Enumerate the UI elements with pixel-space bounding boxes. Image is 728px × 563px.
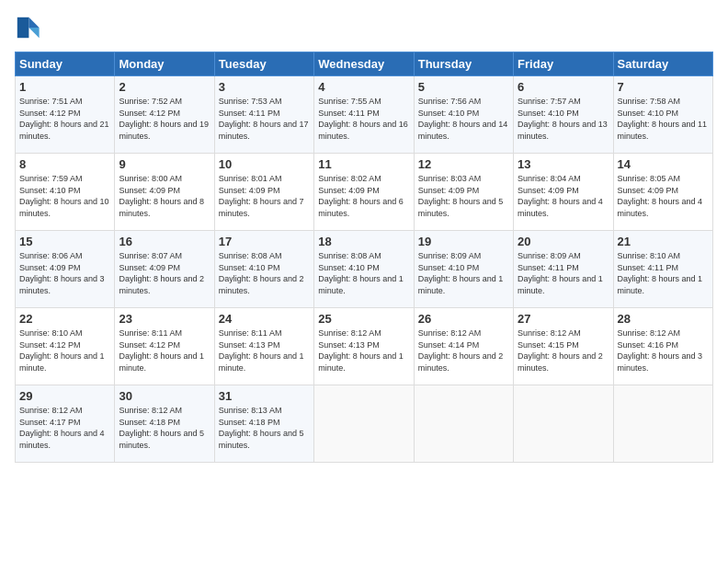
calendar-cell: 4Sunrise: 7:55 AMSunset: 4:11 PMDaylight…: [314, 76, 414, 154]
day-number: 6: [518, 80, 609, 94]
day-number: 24: [219, 312, 310, 326]
day-info: Sunrise: 8:04 AMSunset: 4:09 PMDaylight:…: [518, 173, 609, 219]
day-info: Sunrise: 8:11 AMSunset: 4:13 PMDaylight:…: [219, 327, 310, 373]
calendar-cell: 31Sunrise: 8:13 AMSunset: 4:18 PMDayligh…: [214, 385, 313, 463]
day-info: Sunrise: 8:12 AMSunset: 4:18 PMDaylight:…: [119, 405, 210, 451]
day-info: Sunrise: 7:57 AMSunset: 4:10 PMDaylight:…: [518, 96, 609, 142]
day-number: 15: [19, 235, 110, 248]
calendar-cell: 29Sunrise: 8:12 AMSunset: 4:17 PMDayligh…: [16, 385, 115, 463]
header: [15, 15, 713, 40]
day-info: Sunrise: 8:12 AMSunset: 4:17 PMDaylight:…: [19, 405, 110, 451]
weekday-header-friday: Friday: [514, 52, 613, 76]
svg-marker-0: [28, 17, 39, 28]
day-number: 17: [219, 235, 310, 248]
day-info: Sunrise: 8:10 AMSunset: 4:11 PMDaylight:…: [618, 250, 709, 296]
calendar-cell: 7Sunrise: 7:58 AMSunset: 4:10 PMDaylight…: [613, 76, 712, 154]
day-info: Sunrise: 8:03 AMSunset: 4:09 PMDaylight:…: [418, 173, 509, 219]
day-number: 31: [219, 389, 310, 403]
day-number: 25: [318, 312, 409, 326]
calendar-cell: 27Sunrise: 8:12 AMSunset: 4:15 PMDayligh…: [514, 308, 613, 385]
day-number: 26: [418, 312, 509, 326]
calendar-cell: 21Sunrise: 8:10 AMSunset: 4:11 PMDayligh…: [613, 231, 712, 308]
day-info: Sunrise: 8:06 AMSunset: 4:09 PMDaylight:…: [19, 250, 110, 296]
calendar-week-row: 8Sunrise: 7:59 AMSunset: 4:10 PMDaylight…: [16, 154, 713, 231]
svg-rect-2: [17, 17, 29, 38]
calendar-cell: [414, 385, 513, 463]
day-number: 3: [219, 80, 310, 94]
weekday-header-sunday: Sunday: [16, 52, 115, 76]
calendar-cell: 13Sunrise: 8:04 AMSunset: 4:09 PMDayligh…: [514, 154, 613, 231]
day-number: 4: [318, 80, 409, 94]
day-number: 12: [418, 157, 509, 171]
calendar-cell: 3Sunrise: 7:53 AMSunset: 4:11 PMDaylight…: [214, 76, 313, 154]
calendar-cell: 28Sunrise: 8:12 AMSunset: 4:16 PMDayligh…: [613, 308, 712, 385]
day-info: Sunrise: 8:12 AMSunset: 4:16 PMDaylight:…: [618, 327, 709, 373]
day-info: Sunrise: 8:09 AMSunset: 4:10 PMDaylight:…: [418, 250, 509, 296]
calendar-table: SundayMondayTuesdayWednesdayThursdayFrid…: [15, 52, 713, 463]
day-number: 16: [119, 235, 210, 248]
day-info: Sunrise: 7:58 AMSunset: 4:10 PMDaylight:…: [618, 96, 709, 142]
day-number: 18: [318, 235, 409, 248]
day-number: 10: [219, 157, 310, 171]
day-info: Sunrise: 8:13 AMSunset: 4:18 PMDaylight:…: [219, 405, 310, 451]
day-info: Sunrise: 7:51 AMSunset: 4:12 PMDaylight:…: [19, 96, 110, 142]
calendar-cell: 17Sunrise: 8:08 AMSunset: 4:10 PMDayligh…: [214, 231, 313, 308]
calendar-cell: 1Sunrise: 7:51 AMSunset: 4:12 PMDaylight…: [16, 76, 115, 154]
day-info: Sunrise: 8:02 AMSunset: 4:09 PMDaylight:…: [318, 173, 409, 219]
day-info: Sunrise: 8:10 AMSunset: 4:12 PMDaylight:…: [19, 327, 110, 373]
day-info: Sunrise: 8:08 AMSunset: 4:10 PMDaylight:…: [318, 250, 409, 296]
weekday-header-thursday: Thursday: [414, 52, 513, 76]
day-number: 1: [19, 80, 110, 94]
day-number: 27: [518, 312, 609, 326]
calendar-cell: 22Sunrise: 8:10 AMSunset: 4:12 PMDayligh…: [16, 308, 115, 385]
calendar-week-row: 1Sunrise: 7:51 AMSunset: 4:12 PMDaylight…: [16, 76, 713, 154]
calendar-cell: 20Sunrise: 8:09 AMSunset: 4:11 PMDayligh…: [514, 231, 613, 308]
day-info: Sunrise: 8:12 AMSunset: 4:13 PMDaylight:…: [318, 327, 409, 373]
calendar-cell: 30Sunrise: 8:12 AMSunset: 4:18 PMDayligh…: [115, 385, 214, 463]
day-number: 7: [618, 80, 709, 94]
calendar-cell: [314, 385, 414, 463]
calendar-cell: 16Sunrise: 8:07 AMSunset: 4:09 PMDayligh…: [115, 231, 214, 308]
calendar-cell: 14Sunrise: 8:05 AMSunset: 4:09 PMDayligh…: [613, 154, 712, 231]
day-info: Sunrise: 8:09 AMSunset: 4:11 PMDaylight:…: [518, 250, 609, 296]
calendar-cell: 24Sunrise: 8:11 AMSunset: 4:13 PMDayligh…: [214, 308, 313, 385]
day-info: Sunrise: 7:56 AMSunset: 4:10 PMDaylight:…: [418, 96, 509, 142]
calendar-cell: 19Sunrise: 8:09 AMSunset: 4:10 PMDayligh…: [414, 231, 513, 308]
day-info: Sunrise: 8:12 AMSunset: 4:14 PMDaylight:…: [418, 327, 509, 373]
day-number: 22: [19, 312, 110, 326]
weekday-header-monday: Monday: [115, 52, 214, 76]
day-number: 8: [19, 157, 110, 171]
logo-icon: [15, 15, 40, 40]
weekday-header-tuesday: Tuesday: [214, 52, 313, 76]
calendar-cell: 10Sunrise: 8:01 AMSunset: 4:09 PMDayligh…: [214, 154, 313, 231]
day-number: 30: [119, 389, 210, 403]
logo: [15, 15, 44, 40]
day-number: 20: [518, 235, 609, 248]
calendar-cell: 26Sunrise: 8:12 AMSunset: 4:14 PMDayligh…: [414, 308, 513, 385]
calendar-cell: 15Sunrise: 8:06 AMSunset: 4:09 PMDayligh…: [16, 231, 115, 308]
day-info: Sunrise: 8:00 AMSunset: 4:09 PMDaylight:…: [119, 173, 210, 219]
calendar-week-row: 29Sunrise: 8:12 AMSunset: 4:17 PMDayligh…: [16, 385, 713, 463]
day-number: 2: [119, 80, 210, 94]
calendar-cell: 2Sunrise: 7:52 AMSunset: 4:12 PMDaylight…: [115, 76, 214, 154]
calendar-cell: 5Sunrise: 7:56 AMSunset: 4:10 PMDaylight…: [414, 76, 513, 154]
calendar-cell: 18Sunrise: 8:08 AMSunset: 4:10 PMDayligh…: [314, 231, 414, 308]
weekday-header-wednesday: Wednesday: [314, 52, 414, 76]
calendar-cell: 11Sunrise: 8:02 AMSunset: 4:09 PMDayligh…: [314, 154, 414, 231]
day-info: Sunrise: 7:55 AMSunset: 4:11 PMDaylight:…: [318, 96, 409, 142]
day-info: Sunrise: 8:12 AMSunset: 4:15 PMDaylight:…: [518, 327, 609, 373]
calendar-week-row: 15Sunrise: 8:06 AMSunset: 4:09 PMDayligh…: [16, 231, 713, 308]
day-number: 29: [19, 389, 110, 403]
day-info: Sunrise: 8:08 AMSunset: 4:10 PMDaylight:…: [219, 250, 310, 296]
day-number: 28: [618, 312, 709, 326]
calendar-cell: 8Sunrise: 7:59 AMSunset: 4:10 PMDaylight…: [16, 154, 115, 231]
day-number: 13: [518, 157, 609, 171]
day-number: 19: [418, 235, 509, 248]
weekday-header-saturday: Saturday: [613, 52, 712, 76]
day-info: Sunrise: 7:53 AMSunset: 4:11 PMDaylight:…: [219, 96, 310, 142]
day-number: 5: [418, 80, 509, 94]
day-info: Sunrise: 7:59 AMSunset: 4:10 PMDaylight:…: [19, 173, 110, 219]
calendar-cell: [613, 385, 712, 463]
day-info: Sunrise: 8:01 AMSunset: 4:09 PMDaylight:…: [219, 173, 310, 219]
calendar-cell: 9Sunrise: 8:00 AMSunset: 4:09 PMDaylight…: [115, 154, 214, 231]
